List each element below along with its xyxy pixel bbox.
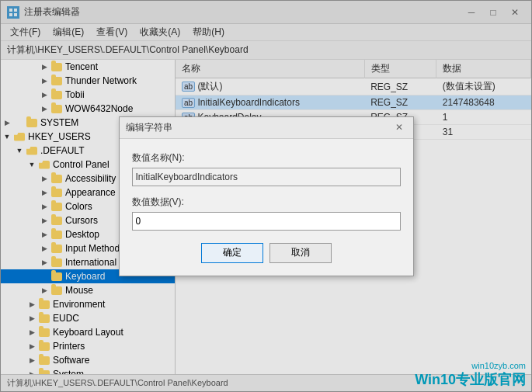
cancel-button[interactable]: 取消 [269, 243, 332, 263]
modal-title-bar: 编辑字符串 ✕ [120, 117, 413, 139]
name-input[interactable] [132, 168, 401, 186]
modal-body: 数值名称(N): 数值数据(V): 确定 取消 [120, 139, 413, 276]
modal-close-button[interactable]: ✕ [391, 120, 407, 134]
modal-buttons: 确定 取消 [132, 243, 401, 263]
edit-string-dialog: 编辑字符串 ✕ 数值名称(N): 数值数据(V): 确定 取消 [119, 116, 414, 276]
name-label: 数值名称(N): [132, 151, 401, 165]
data-label: 数值数据(V): [132, 196, 401, 209]
data-field: 数值数据(V): [132, 196, 401, 231]
ok-button[interactable]: 确定 [201, 243, 263, 263]
modal-overlay: 编辑字符串 ✕ 数值名称(N): 数值数据(V): 确定 取消 [0, 0, 532, 392]
name-field: 数值名称(N): [132, 151, 401, 186]
modal-title: 编辑字符串 [126, 121, 391, 134]
data-input[interactable] [132, 212, 401, 231]
